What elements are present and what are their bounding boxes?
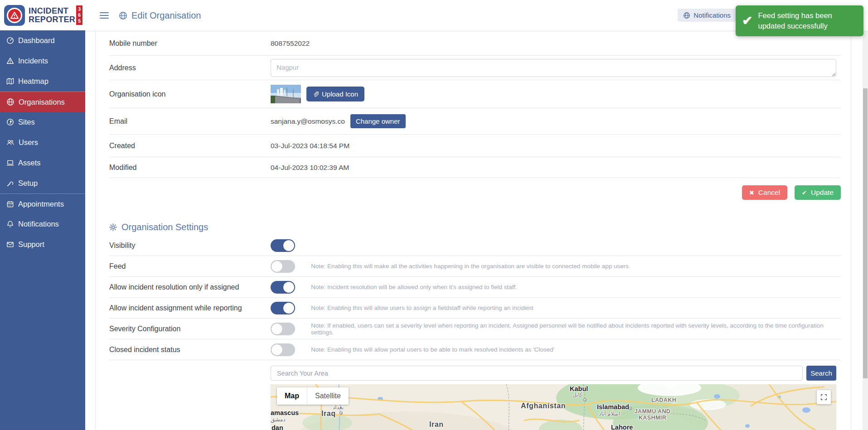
map-label-damascus-arabic: دمشق (271, 416, 285, 423)
satellite-view-button[interactable]: Satellite (307, 387, 349, 405)
map-label-jordan: dan (272, 424, 283, 430)
sidebar-item-heatmap[interactable]: Heatmap (0, 71, 85, 92)
cancel-button[interactable]: ✖Cancel (742, 185, 787, 200)
upload-icon-button[interactable]: Upload Icon (306, 87, 364, 101)
setting-row-assignment-reporting: Allow incident assignment while reportin… (109, 298, 841, 319)
map-label-afghanistan: Afghanistan (521, 402, 566, 410)
sidebar-item-organisations[interactable]: Organisations (0, 92, 85, 112)
map-label-ladakh: LADAKH (642, 397, 685, 403)
resolution-assigned-toggle[interactable] (271, 281, 295, 294)
map-city-dot (583, 398, 587, 401)
setting-row-resolution-assigned: Allow incident resolution only if assign… (109, 277, 841, 298)
logo-badge-365: 3 6 5 (76, 5, 82, 25)
logo-text-line2: REPORTER (29, 15, 75, 24)
map-search-row: Search (109, 366, 836, 381)
update-button[interactable]: ✔Update (795, 185, 841, 200)
feed-toggle[interactable] (271, 260, 295, 273)
toast-success[interactable]: ✔ Feed setting has been updated successf… (736, 5, 863, 36)
address-input[interactable] (271, 59, 836, 77)
modified-value: 04-Jul-2023 10:02:39 AM (271, 164, 349, 172)
check-icon: ✔ (802, 189, 807, 196)
setting-row-visibility: Visibility (109, 235, 841, 256)
organisation-icon-label: Organisation icon (109, 90, 271, 98)
edit-organisation-form: Mobile number 8087552022 Address Organis… (95, 31, 851, 430)
wrench-icon (6, 179, 14, 187)
created-label: Created (109, 142, 271, 150)
heatmap-icon (6, 77, 14, 85)
app-logo: INCIDENT REPORTER 3 6 5 (0, 0, 85, 30)
search-area-input[interactable] (271, 366, 803, 381)
logo-text-line1: INCIDENT (29, 7, 75, 15)
organisation-icon-row: Organisation icon Upload Icon (109, 80, 841, 108)
sites-icon (6, 118, 14, 126)
mobile-number-label: Mobile number (109, 39, 271, 48)
paperclip-icon (313, 91, 319, 97)
sidebar-item-support[interactable]: Support (0, 234, 85, 255)
sidebar-item-assets[interactable]: Assets (0, 153, 85, 173)
email-value: sanjana.y@osmosys.co (271, 117, 345, 126)
organisation-settings-title: Organisation Settings (109, 222, 841, 232)
mobile-number-value: 8087552022 (271, 39, 310, 48)
toast-message: Feed setting has been updated successful… (758, 10, 857, 31)
modified-label: Modified (109, 164, 271, 172)
created-value: 03-Jul-2023 04:18:54 PM (271, 142, 349, 150)
laptop-icon (6, 159, 14, 167)
sidebar-item-appointments[interactable]: Appointments (0, 193, 85, 214)
sidebar-item-users[interactable]: Users (0, 132, 85, 153)
map-label-baghdad-arabic: بغداد (333, 404, 344, 411)
organisation-icon-image (271, 85, 301, 103)
calendar-icon (6, 200, 14, 208)
map-label-islamabad-arabic: اسلام آباد (599, 411, 620, 417)
form-actions: ✖Cancel ✔Update (109, 178, 841, 204)
scrollbar-thumb[interactable] (863, 88, 868, 378)
search-button[interactable]: Search (806, 366, 836, 381)
sidebar-item-dashboard[interactable]: Dashboard (0, 30, 85, 51)
map-city-dot (339, 411, 343, 415)
visibility-toggle[interactable] (271, 239, 295, 252)
globe-icon (6, 98, 15, 106)
map-label-lahore: Lahore (611, 424, 633, 430)
closed-status-toggle[interactable] (271, 343, 295, 356)
map-label-kabul-arabic: كابل (572, 391, 582, 398)
email-row: Email sanjana.y@osmosys.co Change owner (109, 108, 841, 135)
map-label-islamabad: Islamabad (597, 403, 629, 411)
setting-row-severity: Severity Configuration Note: If enabled,… (109, 319, 841, 339)
check-icon: ✔ (742, 14, 752, 27)
globe-icon (119, 11, 127, 20)
mobile-number-row: Mobile number 8087552022 (109, 31, 841, 56)
map-view-button[interactable]: Map (277, 387, 307, 405)
sidebar-nav: Dashboard Incidents Heatmap Organisation… (0, 30, 85, 255)
logo-icon (4, 5, 25, 26)
severity-toggle[interactable] (271, 323, 295, 335)
address-row: Address (109, 56, 841, 80)
setting-row-feed: Feed Note: Enabling this will make all t… (109, 256, 841, 277)
envelope-icon (6, 241, 14, 248)
map-type-control: Map Satellite (277, 387, 349, 405)
map-label-iraq: Iraq (321, 410, 336, 418)
sidebar-item-setup[interactable]: Setup (0, 173, 85, 193)
sidebar-item-notifications[interactable]: Notifications (0, 214, 85, 234)
menu-toggle-icon[interactable] (100, 12, 109, 19)
vertical-scrollbar[interactable] (863, 31, 868, 430)
fullscreen-button[interactable] (817, 390, 831, 404)
created-row: Created 03-Jul-2023 04:18:54 PM (109, 135, 841, 157)
map-label-jammu-kashmir: JAMMU AND KASHMIR (631, 408, 674, 421)
sidebar-item-incidents[interactable]: Incidents (0, 51, 85, 71)
incidents-icon (6, 57, 14, 65)
dashboard-icon (6, 37, 14, 44)
bell-icon (6, 220, 14, 228)
globe-icon (683, 12, 690, 19)
map-canvas[interactable]: Kabul كابل Afghanistan Islamabad اسلام آ… (271, 384, 836, 430)
sidebar-item-sites[interactable]: Sites (0, 112, 85, 132)
warning-triangle-icon (10, 11, 19, 19)
assignment-reporting-toggle[interactable] (271, 302, 295, 314)
x-icon: ✖ (749, 189, 754, 196)
map-label-iran: Iran (429, 420, 444, 429)
page-title: Edit Organisation (119, 10, 201, 21)
sidebar: INCIDENT REPORTER 3 6 5 Dashboard Incide… (0, 0, 85, 430)
change-owner-button[interactable]: Change owner (350, 114, 406, 128)
email-label: Email (109, 117, 271, 126)
notifications-button[interactable]: Notifications (678, 9, 736, 22)
modified-row: Modified 04-Jul-2023 10:02:39 AM (109, 157, 841, 178)
organisation-settings: Visibility Feed Note: Enabling this will… (109, 235, 841, 360)
